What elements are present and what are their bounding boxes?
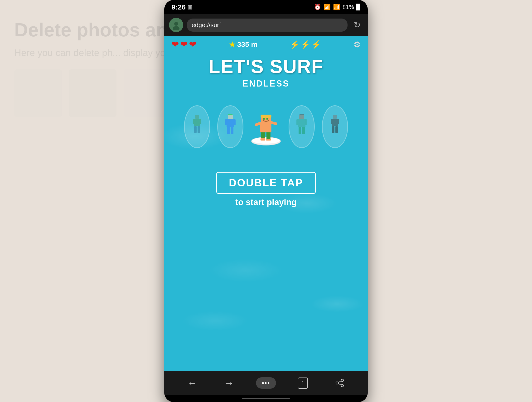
svg-rect-26 [261, 115, 272, 118]
svg-line-46 [338, 383, 341, 385]
url-bar[interactable]: edge://surf [187, 19, 348, 32]
back-button[interactable]: ← [183, 378, 202, 389]
svg-rect-21 [266, 139, 271, 141]
double-tap-button[interactable]: DOUBLE TAP [216, 172, 316, 194]
bottom-nav: ← → ••• 1 [164, 371, 368, 395]
svg-rect-32 [297, 119, 298, 125]
svg-line-45 [338, 381, 341, 383]
status-time: 9:26 ▣ [171, 3, 193, 11]
svg-rect-33 [305, 119, 307, 125]
tabs-count: 1 [298, 377, 308, 389]
forward-button[interactable]: → [220, 378, 239, 389]
char-bubble-1 [184, 105, 210, 148]
share-button[interactable] [330, 378, 349, 388]
refresh-button[interactable]: ↻ [351, 20, 363, 30]
browser-bar: edge://surf ↻ [164, 14, 368, 36]
lightning-1: ⚡ [290, 40, 300, 49]
heart-1: ❤ [171, 39, 179, 50]
svg-rect-8 [197, 126, 200, 133]
time-display: 9:26 [171, 3, 186, 11]
svg-point-43 [336, 382, 338, 384]
svg-rect-35 [302, 127, 305, 134]
score-value: 335 m [237, 40, 257, 49]
svg-rect-34 [298, 127, 301, 134]
svg-rect-14 [227, 127, 230, 134]
star-icon: ★ [229, 40, 235, 49]
sim-icon: ▣ [188, 4, 193, 10]
svg-point-44 [341, 384, 343, 387]
svg-rect-41 [336, 126, 338, 133]
character-carousel [164, 103, 368, 151]
game-subtitle: ENDLESS [242, 79, 290, 89]
more-button[interactable]: ••• [256, 377, 276, 389]
surfer-character [248, 105, 284, 148]
svg-rect-30 [299, 115, 304, 119]
game-area[interactable]: ❤ ❤ ❤ ★ 335 m ⚡ ⚡ ⚡ ⚙ LET'S SURF ENDLESS [164, 36, 368, 371]
svg-rect-7 [194, 126, 196, 133]
hud-bar: ❤ ❤ ❤ ★ 335 m ⚡ ⚡ ⚡ ⚙ [164, 36, 368, 53]
svg-rect-15 [231, 127, 234, 134]
cta-area[interactable]: DOUBLE TAP to start playing [216, 172, 316, 207]
svg-point-42 [341, 379, 343, 382]
char-slot-2 [214, 103, 247, 151]
status-icons: ⏰ 📶 📶 81% ▉ [314, 4, 361, 10]
signal-icon: 📶 [333, 4, 340, 10]
char-slot-1 [180, 103, 214, 151]
char-slot-active [247, 103, 285, 151]
svg-rect-11 [227, 119, 234, 127]
battery-icon: ▉ [356, 4, 361, 10]
browser-avatar[interactable] [169, 18, 183, 32]
svg-rect-20 [260, 138, 266, 140]
svg-rect-39 [337, 119, 339, 124]
svg-rect-27 [263, 118, 265, 120]
svg-rect-4 [194, 119, 200, 126]
svg-rect-5 [193, 119, 195, 124]
hearts-display: ❤ ❤ ❤ [171, 39, 196, 50]
status-bar: 9:26 ▣ ⏰ 📶 📶 81% ▉ [164, 0, 368, 14]
svg-rect-31 [298, 119, 305, 127]
phone-frame: 9:26 ▣ ⏰ 📶 📶 81% ▉ edge://surf ↻ [164, 0, 368, 402]
svg-rect-10 [228, 115, 233, 119]
more-dots: ••• [256, 377, 276, 389]
heart-3: ❤ [189, 39, 196, 50]
battery-text: 81% [342, 4, 354, 10]
svg-rect-3 [195, 115, 199, 119]
home-bar [242, 398, 290, 399]
heart-2: ❤ [180, 39, 188, 50]
svg-rect-12 [225, 119, 227, 125]
svg-rect-36 [333, 115, 337, 119]
home-indicator [164, 395, 368, 402]
lightning-3: ⚡ [311, 40, 321, 49]
svg-rect-13 [234, 119, 235, 125]
bg-text-large: Delete photos an [14, 19, 168, 41]
game-title: LET'S SURF [209, 56, 323, 77]
char-slot-4 [318, 103, 352, 151]
score-display: ★ 335 m [229, 40, 257, 49]
svg-rect-40 [332, 126, 335, 133]
char-bubble-2 [217, 105, 243, 148]
svg-rect-19 [266, 132, 271, 140]
lightning-display: ⚡ ⚡ ⚡ [290, 40, 321, 49]
double-tap-label: DOUBLE TAP [229, 177, 303, 189]
char-bubble-3 [289, 105, 315, 148]
start-text: to start playing [235, 197, 297, 207]
url-text: edge://surf [192, 21, 221, 29]
wifi-icon: 📶 [323, 4, 331, 10]
char-bubble-4 [322, 105, 348, 148]
svg-rect-37 [332, 119, 338, 126]
svg-point-1 [174, 22, 178, 26]
char-slot-3 [285, 103, 318, 151]
tabs-button[interactable]: 1 [293, 377, 312, 389]
svg-rect-22 [260, 122, 272, 132]
settings-button[interactable]: ⚙ [354, 40, 361, 49]
alarm-icon: ⏰ [314, 4, 321, 10]
svg-rect-6 [199, 119, 201, 124]
svg-point-17 [252, 137, 280, 144]
svg-rect-28 [266, 118, 268, 120]
svg-rect-38 [331, 119, 333, 124]
lightning-2: ⚡ [300, 40, 310, 49]
